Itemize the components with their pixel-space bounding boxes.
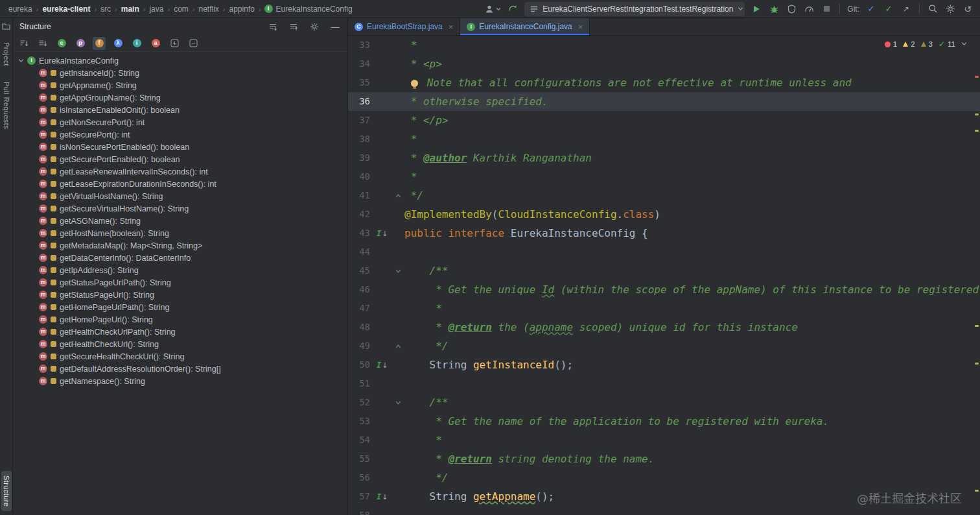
debug-button[interactable] — [768, 3, 780, 16]
tree-method-item[interactable]: mgetLeaseExpirationDurationInSeconds(): … — [13, 178, 347, 190]
git-update-button[interactable]: ✓ — [865, 3, 877, 16]
editor-gutter[interactable]: 45 — [348, 261, 404, 280]
tree-method-item[interactable]: mgetStatusPageUrl(): String — [13, 289, 347, 301]
tree-method-item[interactable]: mgetHealthCheckUrlPath(): String — [13, 326, 347, 338]
show-anonymous-icon[interactable]: a — [149, 37, 162, 50]
line-number[interactable]: 36 — [348, 92, 370, 111]
code-line[interactable]: 58 — [348, 506, 980, 515]
tree-method-item[interactable]: mgetAppGroupName(): String — [13, 91, 347, 104]
line-number[interactable]: 33 — [348, 36, 370, 54]
tree-method-item[interactable]: misNonSecurePortEnabled(): boolean — [13, 141, 347, 153]
line-number[interactable]: 51 — [348, 374, 370, 393]
editor-gutter[interactable]: 41 — [348, 186, 404, 205]
editor-gutter[interactable]: 46 — [348, 280, 404, 299]
code-line[interactable]: 36 * otherwise specified. — [348, 92, 980, 111]
code-line[interactable]: 54 * — [348, 431, 980, 449]
line-number[interactable]: 40 — [348, 167, 370, 186]
inspections-widget[interactable]: 1 2 3 ✓11 — [885, 40, 967, 49]
tree-method-item[interactable]: mgetSecureHealthCheckUrl(): String — [13, 350, 347, 363]
tree-method-item[interactable]: mgetIpAddress(): String — [13, 264, 347, 276]
stop-button[interactable] — [821, 3, 832, 16]
line-number[interactable]: 34 — [348, 54, 370, 73]
code-line[interactable]: 40 * — [348, 167, 980, 186]
code-line[interactable]: 44 — [348, 243, 980, 261]
line-number[interactable]: 43 — [348, 224, 370, 243]
editor-gutter[interactable]: 54 — [348, 431, 404, 449]
code-line[interactable]: 43I↓public interface EurekaInstanceConfi… — [348, 224, 980, 243]
warning-count[interactable]: 2 — [903, 40, 915, 48]
line-number[interactable]: 57 — [348, 487, 370, 506]
tree-method-item[interactable]: mgetAppname(): String — [13, 79, 347, 91]
group-methods-icon[interactable] — [168, 37, 181, 50]
editor-gutter[interactable]: 40 — [348, 167, 404, 186]
breadcrumb-item[interactable]: EurekaInstanceConfig — [275, 3, 353, 15]
line-number[interactable]: 52 — [348, 393, 370, 412]
tool-window-button-structure[interactable]: Structure — [1, 471, 12, 511]
code-line[interactable]: 42@ImplementedBy(CloudInstanceConfig.cla… — [348, 205, 980, 224]
run-configuration-select[interactable]: EurekaClientServerRestIntegrationTest.te… — [524, 2, 745, 16]
line-number[interactable]: 49 — [348, 337, 370, 355]
code-line[interactable]: 48 * @return the (appname scoped) unique… — [348, 318, 980, 337]
code-line[interactable]: 45 /** — [348, 261, 980, 280]
tree-method-item[interactable]: mgetMetadataMap(): Map<String, String> — [13, 239, 347, 252]
line-number[interactable]: 53 — [348, 412, 370, 431]
editor-gutter[interactable]: 42 — [348, 205, 404, 224]
show-lambdas-icon[interactable]: λ — [111, 37, 124, 50]
code-line[interactable]: 38 * — [348, 130, 980, 149]
code-line[interactable]: 41 */ — [348, 186, 980, 205]
code-line[interactable]: 37 * </p> — [348, 111, 980, 130]
line-number[interactable]: 46 — [348, 280, 370, 299]
breadcrumb-item[interactable]: eureka — [8, 3, 33, 15]
line-number[interactable]: 47 — [348, 299, 370, 318]
editor-gutter[interactable]: 56 — [348, 468, 404, 487]
close-tab-icon[interactable]: × — [449, 22, 454, 32]
editor-gutter[interactable]: 39 — [348, 149, 404, 167]
search-everywhere-button[interactable] — [927, 3, 939, 16]
editor-tab[interactable]: IEurekaInstanceConfig.java× — [460, 18, 590, 35]
line-number[interactable]: 48 — [348, 318, 370, 337]
editor-gutter[interactable]: 38 — [348, 130, 404, 149]
line-number[interactable]: 44 — [348, 243, 370, 261]
line-number[interactable]: 41 — [348, 186, 370, 205]
project-icon[interactable] — [1, 21, 11, 31]
breadcrumb-item[interactable]: appinfo — [229, 3, 255, 15]
breadcrumb-item[interactable]: java — [148, 3, 164, 15]
profiler-button[interactable] — [803, 3, 815, 16]
line-number[interactable]: 35 — [348, 73, 370, 92]
editor-tab[interactable]: CEurekaBootStrap.java× — [348, 18, 460, 35]
fold-marker-icon[interactable] — [395, 343, 401, 349]
editor-gutter[interactable]: 58 — [348, 506, 404, 515]
run-button[interactable] — [751, 3, 762, 16]
tree-method-item[interactable]: mgetHealthCheckUrl(): String — [13, 338, 347, 350]
line-number[interactable]: 56 — [348, 468, 370, 487]
breadcrumb-item[interactable]: com — [173, 3, 189, 15]
editor-gutter[interactable]: 49 — [348, 337, 404, 355]
tree-method-item[interactable]: misInstanceEnabledOnit(): boolean — [13, 104, 347, 116]
weak-warning-count[interactable]: 3 — [921, 40, 933, 48]
implemented-method-icon[interactable]: I↓ — [377, 487, 388, 506]
show-inherited-icon[interactable]: i — [130, 37, 143, 50]
sort-alphabetically-icon[interactable] — [18, 37, 30, 50]
editor-gutter[interactable]: 43I↓ — [348, 224, 404, 243]
show-interfaces-icon[interactable] — [187, 37, 200, 50]
code-line[interactable]: 39 * @author Karthik Ranganathan — [348, 149, 980, 167]
show-properties-icon[interactable]: p — [74, 37, 87, 50]
code-area[interactable]: 33 *34 * <p>35 Note that all configurati… — [348, 36, 980, 515]
line-number[interactable]: 58 — [348, 506, 370, 515]
line-number[interactable]: 54 — [348, 431, 370, 449]
line-number[interactable]: 50 — [348, 355, 370, 374]
editor-gutter[interactable]: 47 — [348, 299, 404, 318]
tree-method-item[interactable]: mgetSecurePort(): int — [13, 128, 347, 141]
tree-method-item[interactable]: mgetHostName(boolean): String — [13, 227, 347, 239]
collapse-all-button[interactable] — [288, 21, 299, 32]
tool-window-button-pull-requests[interactable]: Pull Requests — [1, 77, 12, 134]
line-number[interactable]: 55 — [348, 449, 370, 468]
tree-method-item[interactable]: mgetSecurePortEnabled(): boolean — [13, 153, 347, 165]
line-number[interactable]: 45 — [348, 261, 370, 280]
tree-method-item[interactable]: mgetStatusPageUrlPath(): String — [13, 276, 347, 289]
chevron-down-icon[interactable] — [961, 40, 967, 48]
code-line[interactable]: 53 * Get the name of the application to … — [348, 412, 980, 431]
code-line[interactable]: 46 * Get the unique Id (within the scope… — [348, 280, 980, 299]
breadcrumb-item[interactable]: eureka-client — [41, 3, 91, 15]
tree-method-item[interactable]: mgetNamespace(): String — [13, 375, 347, 387]
